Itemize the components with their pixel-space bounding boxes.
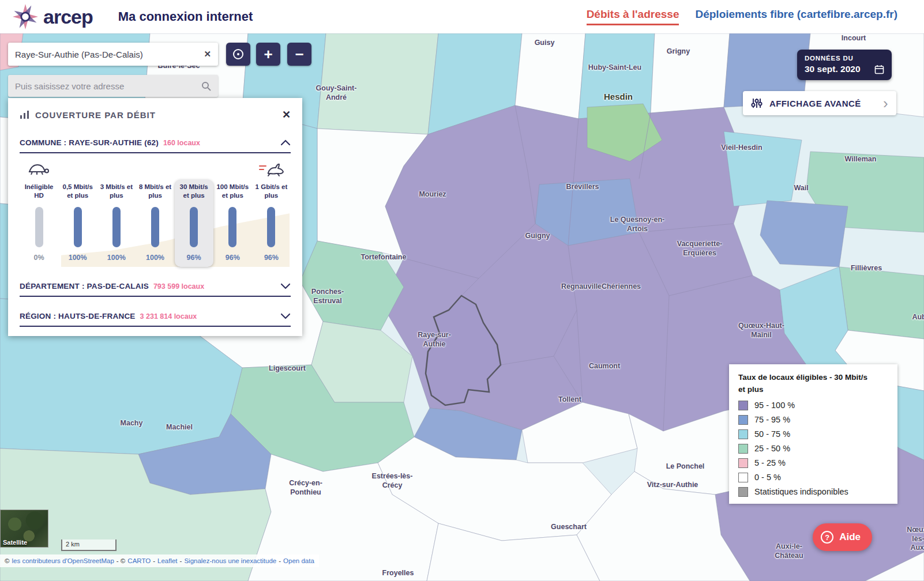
region-count: 3 231 814 locaux (140, 312, 197, 320)
chevron-up-icon[interactable] (280, 139, 291, 146)
address-search-field[interactable] (8, 75, 218, 97)
legend-item: Statistiques indisponibles (738, 487, 888, 497)
attribution-prefix: - (153, 557, 155, 564)
speed-coverage-chart: Inéligible HD 0% 0,5 Mbit/s et plus 100%… (20, 159, 291, 267)
speed-label: Inéligible HD (25, 183, 54, 201)
data-date-badge[interactable]: DONNÉES DU 30 sept. 2020 (797, 50, 892, 80)
speed-value: 96% (264, 254, 279, 262)
legend-item: 0 - 5 % (738, 473, 888, 482)
attribution-segment: -Signalez-nous une inexactitude (180, 557, 277, 564)
coverage-panel: COUVERTURE PAR DÉBIT ✕ COMMUNE : RAYE-SU… (8, 98, 302, 336)
speed-value: 96% (226, 254, 240, 262)
nav-link[interactable]: Débits à l'adresse (587, 8, 679, 25)
advanced-display-label: AFFICHAGE AVANCÉ (769, 99, 861, 108)
speed-column[interactable]: 8 Mbit/s et plus 100% (136, 180, 174, 267)
address-input[interactable] (15, 81, 201, 91)
map-legend: Taux de locaux éligibles - 30 Mbit/s et … (729, 364, 897, 504)
speed-bar (190, 207, 198, 247)
data-date-label: DONNÉES DU (805, 55, 884, 62)
speed-bar (112, 207, 121, 247)
attribution-link[interactable]: CARTO (127, 557, 151, 564)
help-label: Aide (839, 531, 861, 543)
speed-column[interactable]: 0,5 Mbit/s et plus 100% (58, 180, 97, 267)
legend-swatch (738, 401, 748, 410)
speed-column[interactable]: Inéligible HD 0% (20, 180, 58, 267)
speed-bar (228, 207, 236, 247)
speed-column[interactable]: 100 Mbit/s et plus 96% (213, 180, 252, 267)
attribution-link[interactable]: Signalez-nous une inexactitude (184, 557, 276, 564)
commune-label: COMMUNE : RAYE-SUR-AUTHIE (62) (20, 138, 159, 147)
speed-column[interactable]: 3 Mbit/s et plus 100% (97, 180, 136, 267)
commune-count: 160 locaux (163, 139, 200, 147)
speed-bar (267, 207, 275, 247)
speed-column[interactable]: 1 Gbit/s et plus 96% (252, 180, 291, 267)
legend-swatch (738, 473, 748, 482)
legend-title: Taux de locaux éligibles - 30 Mbit/s et … (738, 372, 888, 396)
legend-item: 25 - 50 % (738, 444, 888, 454)
attribution-link[interactable]: les contributeurs d'OpenStreetMap (12, 557, 114, 564)
attribution-prefix: - (180, 557, 182, 564)
speed-label: 3 Mbit/s et plus (100, 183, 133, 201)
attribution-link[interactable]: Leaflet (157, 557, 178, 564)
departement-section-header[interactable]: DÉPARTEMENT : PAS-DE-CALAIS 793 599 loca… (20, 276, 291, 297)
arcep-logo[interactable]: arcep (13, 4, 93, 29)
speed-value: 0% (34, 254, 44, 262)
chevron-down-icon[interactable] (280, 313, 291, 319)
legend-item: 95 - 100 % (738, 401, 888, 410)
departement-count: 793 599 locaux (153, 282, 204, 290)
map-scale-bar: 2 km (61, 540, 117, 551)
speed-value: 100% (69, 254, 87, 262)
zoom-out-button[interactable]: − (287, 43, 311, 66)
legend-swatch (738, 429, 748, 439)
speed-label: 30 Mbit/s et plus (180, 183, 208, 201)
coverage-panel-title: COUVERTURE PAR DÉBIT (35, 110, 156, 120)
help-button[interactable]: ? Aide (813, 523, 872, 551)
nav-link[interactable]: Déploiements fibre (cartefibre.arcep.fr) (695, 8, 897, 25)
commune-search-field[interactable]: Raye-Sur-Authie (Pas-De-Calais) ✕ (8, 43, 218, 66)
close-icon[interactable]: ✕ (282, 108, 291, 121)
legend-label: Statistiques indisponibles (754, 487, 848, 496)
attribution-link[interactable]: Open data (283, 557, 314, 564)
speed-label: 0,5 Mbit/s et plus (63, 183, 93, 201)
chevron-down-icon[interactable] (280, 283, 291, 289)
legend-swatch (738, 487, 748, 497)
speed-value: 96% (187, 254, 201, 262)
map-canvas[interactable]: Buire-le-SecGuisyIncourtGrignyHuby-Saint… (0, 33, 924, 581)
chevron-right-icon: › (883, 95, 888, 112)
attribution-segment: ©les contributeurs d'OpenStreetMap (5, 557, 114, 564)
speed-columns: Inéligible HD 0% 0,5 Mbit/s et plus 100%… (20, 180, 291, 267)
zoom-in-button[interactable]: + (256, 43, 280, 66)
legend-swatch (738, 415, 748, 425)
legend-label: 75 - 95 % (754, 415, 790, 424)
turtle-icon (25, 161, 50, 176)
attribution-segment: -Open data (279, 557, 314, 564)
top-header: arcep Ma connexion internet Débits à l'a… (0, 0, 924, 33)
legend-swatch (738, 444, 748, 454)
hare-icon (258, 161, 285, 176)
search-icon (201, 81, 211, 91)
commune-search-value: Raye-Sur-Authie (Pas-De-Calais) (15, 50, 143, 59)
satellite-label: Satellite (3, 539, 27, 546)
geolocate-button[interactable] (226, 43, 250, 66)
legend-label: 95 - 100 % (754, 401, 795, 410)
satellite-layer-toggle[interactable]: Satellite (0, 510, 48, 548)
speed-column[interactable]: 30 Mbit/s et plus 96% (175, 180, 213, 267)
attribution-prefix: - (279, 557, 281, 564)
region-label: RÉGION : HAUTS-DE-FRANCE (20, 312, 136, 320)
legend-label: 25 - 50 % (754, 444, 790, 453)
attribution-prefix: - © (117, 557, 126, 564)
speed-label: 100 Mbit/s et plus (216, 183, 249, 201)
page-title: Ma connexion internet (118, 9, 253, 24)
speed-bar (35, 207, 43, 247)
clear-search-button[interactable]: ✕ (204, 49, 211, 59)
commune-section-header[interactable]: COMMUNE : RAYE-SUR-AUTHIE (62) 160 locau… (20, 133, 291, 153)
legend-label: 0 - 5 % (754, 473, 781, 482)
attribution-segment: - ©CARTO (117, 557, 151, 564)
legend-item: 5 - 25 % (738, 458, 888, 468)
legend-item: 75 - 95 % (738, 415, 888, 425)
advanced-display-button[interactable]: AFFICHAGE AVANCÉ › (743, 91, 896, 115)
speed-label: 1 Gbit/s et plus (256, 183, 288, 201)
geolocate-icon (233, 49, 243, 59)
region-section-header[interactable]: RÉGION : HAUTS-DE-FRANCE 3 231 814 locau… (20, 306, 291, 327)
legend-label: 5 - 25 % (754, 458, 786, 467)
